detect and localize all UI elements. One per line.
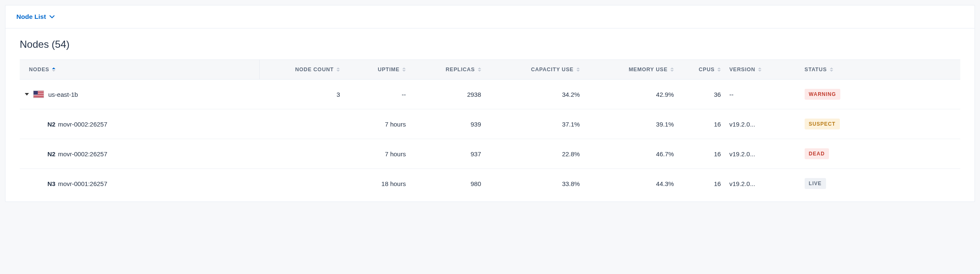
region-label: us-east-1b [48, 91, 78, 98]
table-row[interactable]: N2movr-0002:262577 hours93722.8%46.7%16v… [20, 139, 960, 169]
col-header-label: VERSION [729, 67, 755, 72]
node-count-cell: 3 [260, 80, 344, 109]
node-id: N2 [47, 150, 55, 158]
table-header-row: NODES NODE COUNT UPTIME [20, 60, 960, 80]
node-name-cell: N3movr-0001:26257 [20, 169, 260, 199]
nodes-table: NODES NODE COUNT UPTIME [20, 59, 960, 198]
memory-cell: 39.1% [584, 109, 678, 139]
node-id: N2 [47, 121, 55, 128]
replicas-cell: 2938 [410, 80, 485, 109]
cpus-cell: 16 [678, 139, 725, 169]
node-row-content: N2movr-0002:26257 [24, 150, 255, 158]
node-id: N3 [47, 180, 55, 187]
node-count-cell [260, 109, 344, 139]
col-header-status[interactable]: STATUS [800, 60, 876, 80]
col-header-cpus[interactable]: CPUS [678, 60, 725, 80]
cpus-cell: 36 [678, 80, 725, 109]
view-selector-label[interactable]: Node List [16, 13, 46, 21]
node-host: movr-0002:26257 [58, 150, 107, 158]
status-badge: WARNING [805, 89, 840, 100]
col-header-label: NODES [29, 67, 49, 72]
node-host: movr-0002:26257 [58, 121, 107, 128]
memory-cell: 42.9% [584, 80, 678, 109]
col-header-replicas[interactable]: REPLICAS [410, 60, 485, 80]
node-name-cell: N2movr-0002:26257 [20, 109, 260, 139]
expand-caret-icon[interactable] [25, 93, 29, 96]
table-row[interactable]: N3movr-0001:2625718 hours98033.8%44.3%16… [20, 169, 960, 199]
pad-cell [876, 169, 960, 199]
sort-icon [336, 67, 340, 72]
node-row-content: N2movr-0002:26257 [24, 121, 255, 128]
col-header-uptime[interactable]: UPTIME [344, 60, 410, 80]
replicas-cell: 939 [410, 109, 485, 139]
page-title: Nodes (54) [5, 28, 975, 59]
col-header-label: NODE COUNT [295, 67, 334, 72]
col-header-label: MEMORY USE [629, 67, 668, 72]
replicas-cell: 937 [410, 139, 485, 169]
uptime-cell: -- [344, 80, 410, 109]
sort-icon [52, 67, 55, 72]
sort-icon [402, 67, 406, 72]
status-badge: DEAD [805, 148, 829, 159]
cpus-cell: 16 [678, 169, 725, 199]
cpus-cell: 16 [678, 109, 725, 139]
col-header-nodes[interactable]: NODES [20, 60, 260, 80]
version-cell: -- [725, 80, 800, 109]
sort-icon [758, 67, 761, 72]
table-body: us-east-1b3--293834.2%42.9%36--WARNINGN2… [20, 80, 960, 199]
sort-icon [717, 67, 721, 72]
col-header-version[interactable]: VERSION [725, 60, 800, 80]
col-header-label: UPTIME [378, 67, 399, 72]
pad-cell [876, 80, 960, 109]
memory-cell: 44.3% [584, 169, 678, 199]
version-cell: v19.2.0... [725, 139, 800, 169]
capacity-cell: 34.2% [485, 80, 584, 109]
node-host: movr-0001:26257 [58, 180, 107, 187]
status-cell: DEAD [800, 139, 876, 169]
table-row[interactable]: us-east-1b3--293834.2%42.9%36--WARNING [20, 80, 960, 109]
region-row-content: us-east-1b [24, 90, 255, 98]
node-name-cell: N2movr-0002:26257 [20, 139, 260, 169]
uptime-cell: 7 hours [344, 109, 410, 139]
col-header-label: CPUS [699, 67, 715, 72]
col-header-label: REPLICAS [446, 67, 475, 72]
table-wrap: NODES NODE COUNT UPTIME [5, 59, 975, 202]
col-header-label: STATUS [805, 67, 827, 72]
sort-icon [670, 67, 674, 72]
sort-icon [830, 67, 833, 72]
status-cell: LIVE [800, 169, 876, 199]
col-header-label: CAPACITY USE [531, 67, 574, 72]
col-header-pad [876, 60, 960, 80]
panel: Node List Nodes (54) NODES [5, 5, 975, 202]
col-header-capacity[interactable]: CAPACITY USE [485, 60, 584, 80]
node-count-cell [260, 139, 344, 169]
capacity-cell: 37.1% [485, 109, 584, 139]
sort-icon [478, 67, 481, 72]
status-badge: SUSPECT [805, 119, 840, 129]
sort-icon [576, 67, 580, 72]
version-cell: v19.2.0... [725, 109, 800, 139]
memory-cell: 46.7% [584, 139, 678, 169]
version-cell: v19.2.0... [725, 169, 800, 199]
col-header-memory[interactable]: MEMORY USE [584, 60, 678, 80]
topbar: Node List [5, 5, 975, 28]
uptime-cell: 18 hours [344, 169, 410, 199]
flag-us-icon [33, 90, 44, 98]
node-name-cell: us-east-1b [20, 80, 260, 109]
pad-cell [876, 139, 960, 169]
uptime-cell: 7 hours [344, 139, 410, 169]
status-cell: WARNING [800, 80, 876, 109]
status-cell: SUSPECT [800, 109, 876, 139]
capacity-cell: 22.8% [485, 139, 584, 169]
status-badge: LIVE [805, 178, 826, 189]
capacity-cell: 33.8% [485, 169, 584, 199]
node-row-content: N3movr-0001:26257 [24, 180, 255, 187]
table-row[interactable]: N2movr-0002:262577 hours93937.1%39.1%16v… [20, 109, 960, 139]
col-header-nodecount[interactable]: NODE COUNT [260, 60, 344, 80]
pad-cell [876, 109, 960, 139]
replicas-cell: 980 [410, 169, 485, 199]
node-count-cell [260, 169, 344, 199]
chevron-down-icon[interactable] [50, 15, 55, 18]
